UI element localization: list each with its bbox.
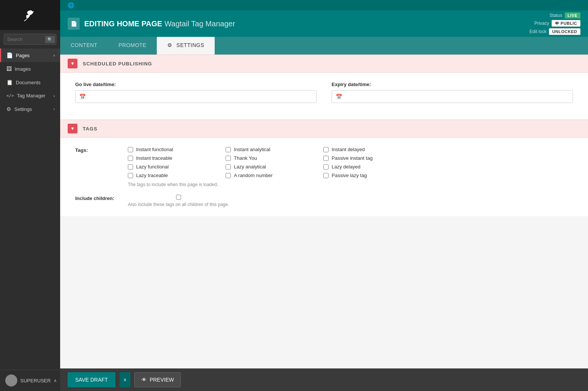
sidebar-logo bbox=[0, 0, 60, 30]
preview-label: PREVIEW bbox=[150, 377, 174, 383]
dates-row: Go live date/time: 📅 Expiry date/time: 📅 bbox=[75, 82, 573, 103]
thank-you-checkbox[interactable] bbox=[226, 156, 231, 161]
tags-form-row: Tags: Instant functional Instant analyti… bbox=[75, 147, 573, 178]
tab-content-label: CONTENT bbox=[71, 42, 97, 48]
list-item[interactable]: Instant traceable bbox=[128, 155, 211, 161]
tab-content[interactable]: CONTENT bbox=[60, 37, 108, 55]
globe-bar: 🌐 bbox=[60, 0, 588, 11]
tab-promote[interactable]: PROMOTE bbox=[108, 37, 157, 55]
tag-label: Instant traceable bbox=[136, 155, 172, 161]
tags-section: ▼ TAGS Tags: Instant functional Instan bbox=[60, 120, 588, 216]
documents-icon: 📋 bbox=[6, 79, 13, 85]
sidebar-item-label: Tag Manager bbox=[17, 93, 45, 99]
go-live-label: Go live date/time: bbox=[75, 82, 317, 87]
edit-lock-row: Edit lock UNLOCKED bbox=[529, 28, 580, 35]
scheduled-publishing-section: ▼ SCHEDULED PUBLISHING Go live date/time… bbox=[60, 55, 588, 120]
tag-label: Thank You bbox=[234, 155, 257, 161]
search-button[interactable]: 🔍 bbox=[45, 36, 55, 43]
tab-promote-label: PROMOTE bbox=[118, 42, 146, 48]
sidebar-item-settings[interactable]: ⚙ Settings › bbox=[0, 102, 60, 116]
include-children-row: Include children: Also include these tag… bbox=[75, 195, 573, 207]
scheduled-publishing-body: Go live date/time: 📅 Expiry date/time: 📅 bbox=[60, 73, 588, 120]
list-item[interactable]: Lazy delayed bbox=[323, 164, 406, 170]
list-item[interactable]: Passive lazy tag bbox=[323, 173, 406, 178]
a-random-number-checkbox[interactable] bbox=[226, 173, 231, 178]
list-item[interactable]: Instant functional bbox=[128, 147, 211, 152]
status-label: Status bbox=[550, 13, 562, 18]
edit-lock-label: Edit lock bbox=[529, 29, 546, 34]
sidebar-item-pages[interactable]: 📄 Pages › bbox=[0, 48, 60, 62]
scheduled-publishing-title: SCHEDULED PUBLISHING bbox=[83, 61, 152, 67]
topbar-meta: Status LIVE Privacy 👁 PUBLIC Edit lock U… bbox=[529, 12, 580, 35]
lazy-traceable-checkbox[interactable] bbox=[128, 173, 133, 178]
instant-functional-checkbox[interactable] bbox=[128, 147, 133, 152]
tags-body: Tags: Instant functional Instant analyti… bbox=[60, 138, 588, 216]
main-content: 🌐 📄 EDITING HOME PAGE Wagtail Tag Manage… bbox=[60, 0, 588, 391]
tag-label: A random number bbox=[234, 173, 273, 178]
lazy-delayed-checkbox[interactable] bbox=[323, 164, 329, 170]
tab-settings[interactable]: ⚙ SETTINGS bbox=[157, 37, 215, 55]
status-row: Status LIVE bbox=[550, 12, 580, 18]
go-live-group: Go live date/time: 📅 bbox=[75, 82, 317, 103]
sidebar-nav: 📄 Pages › 🖼 Images 📋 Documents </> Tag M… bbox=[0, 48, 60, 370]
globe-icon: 🌐 bbox=[68, 2, 74, 8]
chevron-up-icon: ∧ bbox=[123, 377, 127, 382]
privacy-badge: 👁 PUBLIC bbox=[552, 20, 580, 27]
calendar-icon: 📅 bbox=[336, 94, 342, 100]
include-children-checkbox[interactable] bbox=[128, 195, 229, 200]
expiry-input[interactable]: 📅 bbox=[332, 90, 573, 103]
sidebar-item-tag-manager[interactable]: </> Tag Manager › bbox=[0, 89, 60, 102]
username-label: SUPERUSER bbox=[20, 378, 51, 383]
lazy-functional-checkbox[interactable] bbox=[128, 164, 133, 170]
privacy-label: Privacy bbox=[534, 21, 549, 26]
preview-button[interactable]: 👁 PREVIEW bbox=[134, 372, 181, 387]
settings-icon: ⚙ bbox=[6, 106, 11, 112]
avatar bbox=[5, 374, 17, 386]
page-icon: 📄 bbox=[68, 18, 80, 30]
sidebar-item-documents[interactable]: 📋 Documents bbox=[0, 76, 60, 89]
status-badge: LIVE bbox=[565, 12, 580, 18]
tag-label: Instant analytical bbox=[234, 147, 270, 152]
gear-icon: ⚙ bbox=[167, 42, 173, 48]
section-toggle-icon: ▼ bbox=[68, 124, 77, 133]
list-item[interactable]: Passive instant tag bbox=[323, 155, 406, 161]
save-draft-arrow-button[interactable]: ∧ bbox=[119, 372, 130, 387]
tags-label: Tags: bbox=[75, 147, 120, 153]
tag-manager-icon: </> bbox=[6, 93, 14, 98]
passive-instant-tag-checkbox[interactable] bbox=[323, 156, 329, 161]
editing-prefix: EDITING HOME PAGE bbox=[84, 20, 162, 28]
tags-hint: The tags to include when this page is lo… bbox=[128, 182, 573, 187]
sidebar-item-label: Documents bbox=[16, 80, 41, 85]
list-item[interactable]: Instant delayed bbox=[323, 147, 406, 152]
lazy-analytical-checkbox[interactable] bbox=[226, 164, 231, 170]
list-item[interactable]: A random number bbox=[226, 173, 308, 178]
chevron-up-icon: ∧ bbox=[54, 378, 57, 383]
instant-analytical-checkbox[interactable] bbox=[226, 147, 231, 152]
images-icon: 🖼 bbox=[6, 66, 12, 72]
save-draft-label: SAVE DRAFT bbox=[75, 377, 108, 383]
list-item[interactable]: Lazy analytical bbox=[226, 164, 308, 170]
tag-label: Lazy traceable bbox=[136, 173, 168, 178]
list-item[interactable]: Lazy functional bbox=[128, 164, 211, 170]
list-item[interactable]: Thank You bbox=[226, 155, 308, 161]
bottom-bar: SAVE DRAFT ∧ 👁 PREVIEW bbox=[60, 368, 588, 391]
list-item[interactable]: Instant analytical bbox=[226, 147, 308, 152]
sidebar-search-container: 🔍 bbox=[0, 30, 60, 48]
sidebar-item-images[interactable]: 🖼 Images bbox=[0, 62, 60, 76]
save-draft-button[interactable]: SAVE DRAFT bbox=[68, 372, 115, 387]
eye-icon: 👁 bbox=[555, 21, 559, 26]
tag-label: Passive instant tag bbox=[332, 155, 373, 161]
list-item[interactable]: Lazy traceable bbox=[128, 173, 211, 178]
tags-header[interactable]: ▼ TAGS bbox=[60, 120, 588, 138]
tag-label: Lazy analytical bbox=[234, 164, 266, 170]
passive-lazy-tag-checkbox[interactable] bbox=[323, 173, 329, 178]
scheduled-publishing-header[interactable]: ▼ SCHEDULED PUBLISHING bbox=[60, 55, 588, 73]
sidebar-footer: SUPERUSER ∧ bbox=[0, 370, 60, 391]
instant-traceable-checkbox[interactable] bbox=[128, 156, 133, 161]
page-content: ▼ SCHEDULED PUBLISHING Go live date/time… bbox=[60, 55, 588, 368]
instant-delayed-checkbox[interactable] bbox=[323, 147, 329, 152]
go-live-input[interactable]: 📅 bbox=[75, 90, 317, 103]
calendar-icon: 📅 bbox=[79, 94, 86, 100]
tags-title: TAGS bbox=[83, 126, 97, 132]
include-children-content: Also include these tags on all children … bbox=[128, 195, 229, 207]
